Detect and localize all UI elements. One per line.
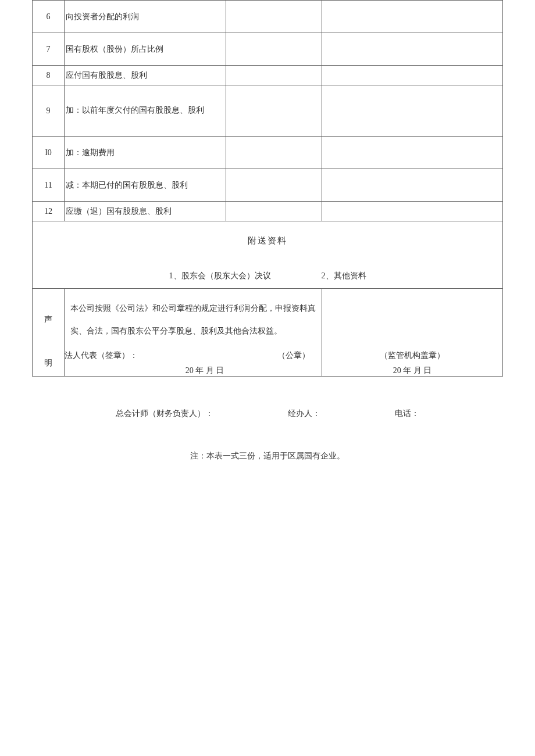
- row-value-2[interactable]: [322, 72, 502, 79]
- row-index: 8: [33, 67, 64, 84]
- row-value-2[interactable]: [322, 208, 502, 215]
- row-label: 应缴（退）国有股股息、股利: [65, 203, 226, 220]
- supervisor-seal-label: （监管机构盖章）: [322, 350, 502, 361]
- row-index: I0: [33, 145, 64, 161]
- declaration-row-top: 声 本公司按照《公司法》和公司章程的规定进行利润分配，申报资料真实、合法，国有股…: [33, 289, 503, 351]
- row-index: 7: [33, 41, 64, 58]
- declaration-row-bottom: 明 法人代表（签章）： （公章） 20 年 月 日 （监管机构盖章） 20 年 …: [33, 350, 503, 377]
- row-label: 加：逾期费用: [65, 144, 226, 162]
- legal-rep-label: 法人代表（签章）：: [65, 350, 138, 361]
- table-row: 6 向投资者分配的利润: [33, 1, 503, 33]
- row-index: 6: [33, 9, 64, 25]
- row-value-2[interactable]: [322, 182, 502, 189]
- row-label: 减：本期已付的国有股股息、股利: [65, 177, 226, 194]
- row-value-1[interactable]: [226, 182, 322, 189]
- attachments-section: 附送资料 1、股东会（股东大会）决议 2、其他资料: [33, 221, 503, 289]
- table-row: I0 加：逾期费用: [33, 137, 503, 169]
- legal-rep-sign-line: 法人代表（签章）： （公章）: [65, 350, 322, 361]
- row-label: 向投资者分配的利润: [65, 8, 226, 26]
- row-value-1[interactable]: [226, 108, 322, 114]
- table-row: 7 国有股权（股份）所占比例: [33, 33, 503, 66]
- declaration-side-char-bottom: 明: [33, 358, 64, 368]
- table-row: 12 应缴（退）国有股股息、股利: [33, 202, 503, 221]
- row-label: 应付国有股股息、股利: [65, 67, 226, 84]
- table-row: 11 减：本期已付的国有股股息、股利: [33, 169, 503, 202]
- date-right: 20 年 月 日: [322, 361, 502, 376]
- company-seal-label: （公章）: [277, 350, 310, 361]
- attachment-item-2: 2、其他资料: [322, 271, 366, 281]
- accountant-label: 总会计师（财务负责人）：: [116, 409, 213, 419]
- declaration-side-char-top: 声: [33, 314, 64, 325]
- attachments-list: 1、股东会（股东大会）决议 2、其他资料: [33, 253, 502, 288]
- declaration-text: 本公司按照《公司法》和公司章程的规定进行利润分配，申报资料真实、合法，国有股东公…: [65, 289, 322, 350]
- attachment-item-1: 1、股东会（股东大会）决议: [169, 271, 271, 281]
- row-value-2[interactable]: [322, 149, 502, 156]
- row-value-1[interactable]: [226, 72, 322, 79]
- row-index: 12: [33, 203, 64, 220]
- row-label: 加：以前年度欠付的国有股股息、股利: [65, 96, 226, 124]
- date-left: 20 年 月 日: [65, 361, 322, 376]
- row-index: 9: [33, 103, 64, 119]
- signer-line: 总会计师（财务负责人）： 经办人： 电话：: [32, 409, 503, 419]
- phone-label: 电话：: [395, 409, 419, 419]
- table-row: 8 应付国有股股息、股利: [33, 66, 503, 85]
- row-label: 国有股权（股份）所占比例: [65, 41, 226, 58]
- form-note: 注：本表一式三份，适用于区属国有企业。: [32, 451, 503, 461]
- row-index: 11: [33, 177, 64, 194]
- row-value-1[interactable]: [226, 208, 322, 215]
- row-value-2[interactable]: [322, 108, 502, 114]
- attachments-title: 附送资料: [33, 221, 502, 253]
- row-value-2[interactable]: [322, 46, 502, 53]
- handler-label: 经办人：: [288, 409, 320, 419]
- row-value-1[interactable]: [226, 13, 322, 20]
- row-value-1[interactable]: [226, 46, 322, 53]
- table-row: 9 加：以前年度欠付的国有股股息、股利: [33, 85, 503, 137]
- row-value-1[interactable]: [226, 149, 322, 156]
- row-value-2[interactable]: [322, 13, 502, 20]
- form-table: 6 向投资者分配的利润 7 国有股权（股份）所占比例 8 应付国有股股息、股利 …: [32, 0, 503, 377]
